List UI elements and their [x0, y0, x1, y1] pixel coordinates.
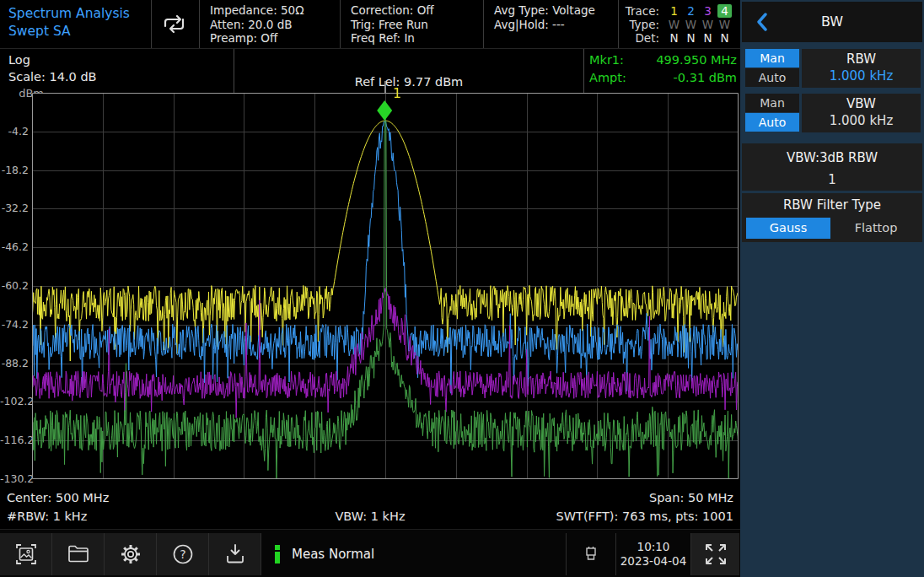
marker-number-label: 1	[393, 85, 401, 101]
filter-flattop-button[interactable]: Flattop	[834, 218, 918, 239]
scale-per-div: Scale: 14.0 dB	[8, 68, 234, 85]
trace-table-row-type: Type:WWWW	[619, 18, 740, 31]
trig-readout: Trig: Free Run	[351, 18, 483, 32]
y-tick--18.2: -18.2	[0, 164, 29, 176]
continuous-sweep-button[interactable]	[152, 0, 200, 48]
atten-readout: Atten: 20.0 dB	[210, 18, 340, 32]
trace-cell-3[interactable]: 3	[701, 4, 715, 18]
marker-frequency: 499.950 MHz	[656, 51, 737, 69]
trace-cell-4[interactable]: 4	[717, 4, 732, 18]
vbw-rbw-ratio-button[interactable]: VBW:3dB RBW 1	[742, 143, 922, 191]
filter-gauss-button[interactable]: Gauss	[746, 218, 830, 239]
type-cell-1: W	[667, 18, 681, 31]
vbw-auto-button[interactable]: Auto	[745, 113, 799, 132]
measurement-status-text: Meas Normal	[292, 547, 374, 562]
vbw-value-button[interactable]: VBW 1.000 kHz	[802, 94, 921, 132]
type-cell-3: W	[701, 18, 715, 31]
save-icon	[223, 542, 248, 567]
marker-ampt-label: Ampt:	[589, 69, 626, 87]
avg-hold-readout: Avg|Hold: ---	[494, 18, 618, 32]
impedance-readout: Impedance: 50Ω	[210, 3, 340, 18]
y-tick--88.2: -88.2	[0, 357, 29, 369]
header-bar: Spectrum Analysis Swept SA Impedance: 50…	[0, 0, 740, 49]
rbw-value-button[interactable]: RBW 1.000 kHz	[802, 49, 921, 88]
y-tick--60.2: -60.2	[0, 279, 29, 292]
center-frequency-readout[interactable]: Center: 500 MHz	[7, 488, 109, 507]
ref-level-readout[interactable]: Ref Lel: 9.77 dBm	[234, 75, 583, 89]
time-text: 10:10	[616, 540, 690, 554]
toolbar-right-cluster: 10:10 2023-04-04	[566, 530, 740, 577]
trigger-settings: Correction: Off Trig: Free Run Freq Ref:…	[341, 0, 484, 48]
app-title-line1: Spectrum Analysis	[8, 5, 151, 23]
rbw-man-button[interactable]: Man	[745, 49, 799, 67]
y-tick--116.2: -116.2	[0, 434, 29, 446]
preamp-readout: Preamp: Off	[210, 31, 340, 46]
menu-panel-bw: BW Man Auto RBW 1.000 kHz Man Auto VBW 1…	[740, 0, 924, 577]
measurement-status: Meas Normal	[275, 545, 566, 564]
rbw-auto-button[interactable]: Auto	[745, 68, 799, 87]
usb-status	[567, 545, 615, 564]
marker-readout: Mkr1: 499.950 MHz Ampt: -0.31 dBm	[584, 49, 740, 93]
clock-display[interactable]: 10:10 2023-04-04	[616, 540, 690, 569]
save-button[interactable]	[209, 533, 261, 575]
settings-gear-icon	[117, 541, 144, 568]
fullscreen-button[interactable]	[691, 533, 739, 575]
y-tick--46.2: -46.2	[0, 240, 29, 253]
ratio-value: 1	[742, 165, 922, 187]
span-readout[interactable]: Span: 50 MHz	[649, 488, 733, 507]
vbw-section: Man Auto VBW 1.000 kHz	[742, 93, 922, 133]
type-cell-4: W	[717, 18, 732, 31]
type-cell-2: W	[684, 18, 698, 31]
ref-level-section[interactable]: Ref Lel: 9.77 dBm	[234, 49, 584, 93]
trace-table-row-det: Det:NNNN	[619, 31, 740, 45]
file-browser-button[interactable]	[52, 533, 105, 575]
screenshot-button[interactable]	[0, 533, 52, 575]
vbw-rbw-ratio-section: VBW:3dB RBW 1	[742, 143, 922, 191]
folder-icon	[66, 542, 91, 567]
trace-cell-2[interactable]: 2	[684, 4, 698, 18]
sweep-annotations: Center: 500 MHz #RBW: 1 kHz VBW: 1 kHz S…	[0, 488, 740, 527]
avg-type-readout: Avg Type: Voltage	[494, 3, 618, 18]
scale-mode: Log	[8, 51, 234, 68]
trace-table-row-trace: Trace:1234	[619, 4, 740, 18]
det-cell-1: N	[667, 31, 681, 45]
y-tick--102.2: -102.2	[0, 395, 29, 407]
freq-ref-readout: Freq Ref: In	[351, 31, 483, 46]
spectrum-analyzer-screen: Spectrum Analysis Swept SA Impedance: 50…	[0, 0, 924, 577]
trace-plot-area[interactable]	[32, 93, 739, 479]
status-row: Log Scale: 14.0 dB Ref Lel: 9.77 dBm Mkr…	[0, 49, 740, 93]
average-settings: Avg Type: Voltage Avg|Hold: ---	[484, 0, 619, 48]
panel-header: BW	[742, 2, 922, 42]
correction-readout: Correction: Off	[351, 3, 483, 18]
continuous-sweep-icon	[161, 12, 190, 37]
panel-title: BW	[742, 13, 922, 30]
vbw-man-button[interactable]: Man	[745, 94, 799, 112]
rbw-filter-type-section: RBW Filter Type Gauss Flattop	[742, 193, 922, 242]
vbw-value: 1.000 kHz	[802, 113, 921, 128]
input-settings: Impedance: 50Ω Atten: 20.0 dB Preamp: Of…	[200, 0, 341, 48]
help-button[interactable]: ?	[157, 533, 209, 575]
trace-cell-1[interactable]: 1	[667, 4, 681, 18]
sweep-time-readout: SWT(FFT): 763 ms, pts: 1001	[556, 507, 733, 526]
vbw-man-auto-toggle: Man Auto	[745, 94, 799, 132]
info-icon	[275, 545, 280, 564]
rbw-label: RBW	[802, 51, 921, 67]
screenshot-icon	[13, 542, 39, 567]
rbw-value: 1.000 kHz	[802, 68, 921, 84]
vbw-label: VBW	[802, 96, 921, 111]
marker-label: Mkr1:	[589, 51, 624, 69]
trace-status-table[interactable]: Trace:1234Type:WWWWDet:NNNN	[619, 0, 740, 48]
y-tick--130.2: -130.2	[0, 472, 29, 485]
app-title: Spectrum Analysis Swept SA	[0, 0, 152, 48]
y-tick--32.2: -32.2	[0, 202, 29, 214]
spectrum-display: dBm -4.2-18.2-32.2-46.2-60.2-74.2-88.2-1…	[0, 93, 740, 488]
date-text: 2023-04-04	[616, 554, 690, 569]
filter-type-label: RBW Filter Type	[742, 193, 922, 213]
det-cell-2: N	[684, 31, 698, 45]
fullscreen-arrows-icon	[701, 540, 730, 569]
y-tick--74.2: -74.2	[0, 318, 29, 331]
trace-table-label: Det:	[619, 31, 659, 45]
settings-button[interactable]	[105, 533, 157, 575]
trace-table-label: Type:	[619, 18, 659, 31]
svg-text:?: ?	[180, 547, 185, 561]
